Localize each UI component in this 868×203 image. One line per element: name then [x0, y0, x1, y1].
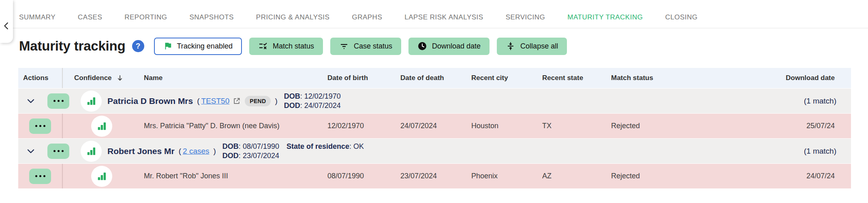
column-header-confidence[interactable]: Confidence: [63, 74, 141, 82]
maturity-table: Actions Confidence Name Date of birth Da…: [18, 68, 851, 188]
column-header-recent-state[interactable]: Recent state: [539, 74, 608, 82]
flag-icon: [163, 42, 172, 51]
actions-menu-button[interactable]: [47, 144, 69, 159]
match-download-date: 24/07/24: [697, 172, 851, 180]
help-icon[interactable]: ?: [132, 40, 144, 52]
group-dates: DOB: 08/07/1990 State of residence: OK D…: [222, 142, 364, 161]
match-date-of-birth: 12/02/1970: [324, 122, 397, 130]
dot-icon: [53, 100, 56, 102]
external-link-icon[interactable]: [233, 97, 241, 105]
collapse-panel-button[interactable]: [0, 0, 13, 43]
dot-icon: [39, 175, 41, 177]
dot-icon: [58, 100, 60, 102]
dot-icon: [43, 125, 45, 127]
policy-group-row: Patricia D Brown Mrs ( TEST50 PEND ) DOB…: [18, 88, 851, 113]
column-header-match-status[interactable]: Match status: [608, 74, 697, 82]
dot-icon: [62, 150, 64, 152]
match-count: (1 match): [804, 97, 836, 106]
column-header-actions: Actions: [18, 68, 63, 88]
case-reference-link[interactable]: TEST50: [201, 97, 230, 106]
dot-icon: [43, 175, 45, 177]
match-status-filter-label: Match status: [273, 42, 314, 51]
match-name: Mrs. Patricia "Patty" D. Brown (nee Davi…: [141, 122, 324, 130]
match-count: (1 match): [804, 147, 836, 156]
match-date-of-death: 23/07/2024: [397, 172, 468, 180]
dot-icon: [39, 125, 41, 127]
column-header-name[interactable]: Name: [141, 74, 324, 82]
tracking-enabled-button[interactable]: Tracking enabled: [154, 38, 242, 55]
filter-icon: [339, 41, 349, 51]
match-recent-city: Houston: [468, 122, 539, 130]
case-status-filter-button[interactable]: Case status: [330, 38, 401, 55]
dot-icon: [62, 100, 64, 102]
policy-holder-name: Robert Jones Mr: [107, 146, 175, 156]
match-recent-state: AZ: [539, 172, 608, 180]
confidence-indicator: [91, 116, 112, 137]
dot-icon: [58, 150, 60, 152]
chevron-down-icon: [26, 146, 36, 156]
clock-icon: [417, 41, 427, 51]
tab-graphs[interactable]: GRAPHS: [352, 13, 382, 21]
match-recent-state: TX: [539, 122, 608, 130]
confidence-bars-icon: [86, 95, 97, 107]
confidence-bars-icon: [96, 171, 107, 182]
policy-holder-name: Patricia D Brown Mrs: [107, 96, 193, 106]
toolbar: Maturity tracking ? Tracking enabled Mat…: [19, 37, 868, 55]
table-header-row: Actions Confidence Name Date of birth Da…: [18, 68, 851, 88]
confidence-bars-icon: [86, 146, 97, 157]
confidence-indicator: [91, 166, 112, 187]
tab-maturity-tracking[interactable]: MATURITY TRACKING: [567, 13, 643, 21]
dot-icon: [35, 125, 37, 127]
match-confidence-cell: [63, 116, 141, 137]
collapse-all-button[interactable]: Collapse all: [497, 38, 567, 55]
cases-count-link[interactable]: 2 cases: [183, 147, 209, 156]
expand-row-button[interactable]: [23, 144, 38, 159]
match-row: Mrs. Patricia "Patty" D. Brown (nee Davi…: [18, 113, 851, 138]
column-header-date-of-death[interactable]: Date of death: [397, 74, 468, 82]
column-header-confidence-label: Confidence: [74, 74, 112, 82]
download-date-filter-label: Download date: [432, 42, 481, 51]
actions-menu-button[interactable]: [29, 169, 51, 184]
expand-row-button[interactable]: [23, 93, 38, 109]
checklist-icon: [258, 41, 268, 51]
case-status-filter-label: Case status: [354, 42, 392, 51]
match-recent-city: Phoenix: [468, 172, 539, 180]
match-date-of-death: 24/07/2024: [397, 122, 468, 130]
confidence-indicator: [81, 141, 102, 162]
column-header-download-date[interactable]: Download date: [697, 74, 851, 82]
match-actions-cell: [18, 164, 63, 188]
tab-servicing[interactable]: SERVICING: [506, 13, 545, 21]
match-actions-cell: [18, 114, 63, 138]
tab-snapshots[interactable]: SNAPSHOTS: [190, 13, 234, 21]
column-header-actions-label: Actions: [23, 74, 48, 82]
column-header-date-of-birth[interactable]: Date of birth: [324, 74, 397, 82]
tab-closing[interactable]: CLOSING: [665, 13, 697, 21]
collapse-all-label: Collapse all: [520, 42, 558, 51]
page-title: Maturity tracking: [19, 38, 126, 54]
tab-reporting[interactable]: REPORTING: [124, 13, 167, 21]
tab-lapse-risk-analysis[interactable]: LAPSE RISK ANALYSIS: [404, 13, 483, 21]
actions-menu-button[interactable]: [29, 118, 51, 134]
tab-cases[interactable]: CASES: [78, 13, 102, 21]
policy-group-row: Robert Jones Mr ( 2 cases ) DOB: 08/07/1…: [18, 138, 851, 163]
paren-close: ): [214, 147, 216, 156]
match-status: Rejected: [608, 172, 697, 180]
tab-summary[interactable]: SUMMARY: [19, 13, 56, 21]
maturity-tracking-page: SUMMARY CASES REPORTING SNAPSHOTS PRICIN…: [0, 0, 868, 203]
paren-close: ): [275, 97, 277, 106]
paren-open: (: [179, 147, 181, 156]
group-dates: DOB: 12/02/1970 DOD: 24/07/2024: [284, 92, 341, 110]
actions-menu-button[interactable]: [47, 93, 69, 109]
tab-bar: SUMMARY CASES REPORTING SNAPSHOTS PRICIN…: [0, 0, 868, 28]
match-confidence-cell: [63, 166, 141, 187]
download-date-filter-button[interactable]: Download date: [408, 38, 490, 55]
match-status-filter-button[interactable]: Match status: [249, 38, 323, 55]
match-row: Mr. Robert "Rob" Jones III 08/07/1990 23…: [18, 163, 851, 188]
tab-pricing-analysis[interactable]: PRICING & ANALYSIS: [256, 13, 330, 21]
column-header-recent-city[interactable]: Recent city: [468, 74, 539, 82]
match-download-date: 25/07/24: [697, 122, 851, 130]
match-date-of-birth: 08/07/1990: [324, 172, 397, 180]
dot-icon: [35, 175, 37, 177]
chevron-down-icon: [26, 96, 36, 106]
confidence-indicator: [81, 91, 102, 112]
